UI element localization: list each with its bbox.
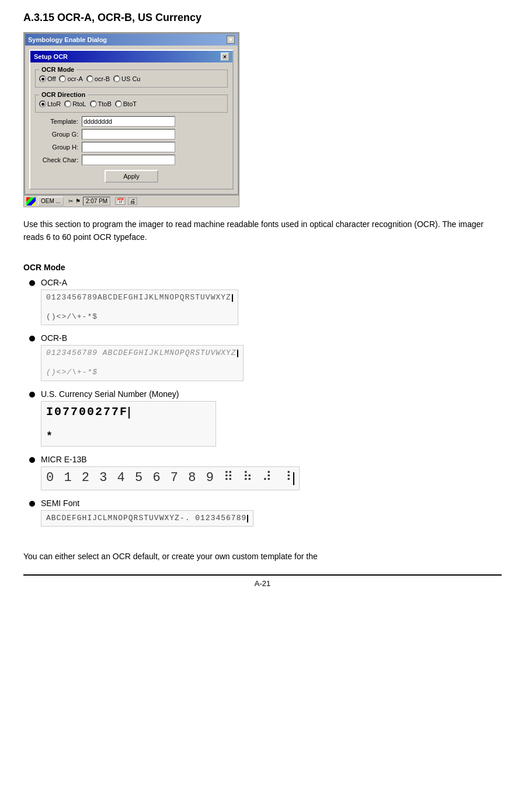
template-label: Template:	[35, 118, 82, 125]
dir-rtol-circle	[64, 100, 71, 107]
ocra-font-display: 0123456789ABCDEFGHIJKLMNOPQRSTUVWXYZ ()<…	[41, 290, 238, 325]
check-char-label: Check Char:	[35, 156, 82, 163]
body-description: Use this section to program the imager t…	[23, 218, 502, 244]
screenshot-container: Symbology Enable Dialog ▼ Setup OCR × OC…	[23, 32, 239, 207]
group-h-input[interactable]	[82, 142, 175, 152]
ocr-mode-heading: OCR Mode	[23, 263, 502, 272]
ocra-line1: 0123456789ABCDEFGHIJKLMNOPQRSTUVWXYZ	[46, 292, 233, 303]
list-item-semi: SEMI Font ABCDEFGHIJCLMNOPQRSTUVWXYZ-. 0…	[29, 499, 502, 527]
list-item-ocrb: OCR-B 0123456789 ABCDEFGHIJKLMNOPQRSTUVW…	[29, 333, 502, 381]
bullet-list: OCR-A 0123456789ABCDEFGHIJKLMNOPQRSTUVWX…	[23, 278, 502, 527]
oem-button[interactable]: OEM ...	[38, 197, 64, 205]
dir-btot-circle	[115, 100, 122, 107]
apply-button-row: Apply	[35, 170, 228, 183]
ocra-line2: ()<>/\+-*$	[46, 312, 233, 322]
list-item-micr: MICR E-13B 0 1 2 3 4 5 6 7 8 9 ⠿ ⠷ ⠼ ⠸	[29, 455, 502, 490]
bullet-content-micr: MICR E-13B 0 1 2 3 4 5 6 7 8 9 ⠿ ⠷ ⠼ ⠸	[41, 455, 300, 490]
mode-uscu-label: US Cu	[121, 75, 140, 82]
check-char-row: Check Char:	[35, 155, 228, 165]
flag-icon: ⚑	[75, 198, 81, 204]
currency-line2: *	[46, 429, 211, 444]
taskbar-icons: ✂ ⚑	[68, 198, 81, 204]
currency-font-display: I07700277F *	[41, 401, 216, 447]
dir-btot-label: BtoT	[123, 100, 137, 107]
bullet-dot-ocra	[29, 280, 35, 286]
template-row: Template:	[35, 116, 228, 127]
currency-label: U.S. Currency Serial Number (Money)	[41, 389, 216, 399]
taskbar-right-icons: 📅 🖨	[115, 197, 137, 205]
bullet-content-semi: SEMI Font ABCDEFGHIJCLMNOPQRSTUVWXYZ-. 0…	[41, 499, 253, 527]
list-item-currency: U.S. Currency Serial Number (Money) I077…	[29, 389, 502, 447]
mode-off-radio[interactable]: Off	[39, 75, 55, 82]
mode-ocra-circle	[59, 75, 66, 82]
outer-content: Setup OCR × OCR Mode Off	[25, 46, 238, 194]
printer-icon: 🖨	[128, 197, 137, 205]
micr-label: MICR E-13B	[41, 455, 300, 464]
group-g-label: Group G:	[35, 131, 82, 138]
dir-btot-radio[interactable]: BtoT	[115, 100, 137, 107]
semi-line1: ABCDEFGHIJCLMNOPQRSTUVWXYZ-. 0123456789	[46, 513, 248, 524]
taskbar: OEM ... ✂ ⚑ 2:07 PM 📅 🖨	[24, 195, 239, 207]
mode-ocrb-label: ocr-B	[95, 75, 110, 82]
ocra-label: OCR-A	[41, 278, 238, 287]
inner-content: OCR Mode Off ocr-A	[30, 62, 232, 189]
bottom-text: You can either select an OCR default, or…	[23, 550, 502, 563]
bullet-dot-currency	[29, 392, 35, 398]
ocrb-label: OCR-B	[41, 333, 244, 343]
group-g-input[interactable]	[82, 129, 175, 140]
dir-ttob-circle	[90, 100, 97, 107]
outer-window-title: Symbology Enable Dialog	[28, 36, 107, 43]
outer-title-bar: Symbology Enable Dialog ▼	[25, 34, 238, 46]
bullet-content-ocra: OCR-A 0123456789ABCDEFGHIJKLMNOPQRSTUVWX…	[41, 278, 238, 325]
page-title: A.3.15 OCR-A, OCR-B, US Currency	[23, 12, 502, 24]
list-item-ocra: OCR-A 0123456789ABCDEFGHIJKLMNOPQRSTUVWX…	[29, 278, 502, 325]
group-h-label: Group H:	[35, 144, 82, 151]
micr-line1: 0 1 2 3 4 5 6 7 8 9 ⠿ ⠷ ⠼ ⠸	[46, 469, 294, 487]
dir-ttob-label: TtoB	[98, 100, 112, 107]
outer-close-button[interactable]: ▼	[227, 36, 235, 44]
currency-line1: I07700277F	[46, 404, 211, 420]
ocrb-line1: 0123456789 ABCDEFGHIJKLMNOPQRSTUVWXYZ	[46, 348, 238, 358]
check-char-input[interactable]	[82, 155, 175, 165]
inner-title-bar: Setup OCR ×	[30, 51, 232, 62]
dir-ttob-radio[interactable]: TtoB	[90, 100, 112, 107]
group-g-row: Group G:	[35, 129, 228, 140]
page-number: A-21	[255, 579, 270, 588]
windows-flag-icon	[26, 197, 36, 205]
taskbar-time: 2:07 PM	[83, 197, 110, 205]
dir-rtol-radio[interactable]: RtoL	[64, 100, 86, 107]
oem-label: OEM ...	[41, 198, 61, 204]
cal-icon: 📅	[115, 197, 126, 205]
mode-ocrb-radio[interactable]: ocr-B	[86, 75, 110, 82]
ocr-mode-group: OCR Mode Off ocr-A	[35, 66, 228, 88]
ocr-direction-group: OCR Direction LtoR RtoL	[35, 91, 228, 113]
semi-label: SEMI Font	[41, 499, 253, 508]
ocr-mode-radio-row: Off ocr-A ocr-B	[39, 74, 224, 83]
ocr-direction-radio-row: LtoR RtoL TtoB	[39, 99, 224, 109]
template-input[interactable]	[82, 116, 175, 127]
page-footer: A-21	[23, 574, 502, 588]
mode-ocrb-circle	[86, 75, 93, 82]
inner-window-title: Setup OCR	[34, 53, 68, 60]
mode-uscu-radio[interactable]: US Cu	[113, 75, 140, 82]
bullet-dot-semi	[29, 501, 35, 507]
mode-uscu-circle	[113, 75, 120, 82]
bullet-content-currency: U.S. Currency Serial Number (Money) I077…	[41, 389, 216, 447]
mode-off-label: Off	[47, 75, 55, 82]
outer-window: Symbology Enable Dialog ▼ Setup OCR × OC…	[24, 33, 239, 195]
dir-ltor-radio[interactable]: LtoR	[39, 100, 61, 107]
micr-font-display: 0 1 2 3 4 5 6 7 8 9 ⠿ ⠷ ⠼ ⠸	[41, 466, 300, 490]
mode-ocra-radio[interactable]: ocr-A	[59, 75, 82, 82]
ocr-mode-legend: OCR Mode	[39, 66, 77, 73]
inner-close-button[interactable]: ×	[221, 53, 229, 61]
dir-rtol-label: RtoL	[72, 100, 86, 107]
bullet-dot-ocrb	[29, 336, 35, 341]
inner-window: Setup OCR × OCR Mode Off	[29, 50, 234, 190]
mode-ocra-label: ocr-A	[67, 75, 82, 82]
group-h-row: Group H:	[35, 142, 228, 152]
scissors-icon: ✂	[68, 198, 73, 204]
ocr-direction-legend: OCR Direction	[39, 91, 88, 98]
mode-off-circle	[39, 75, 46, 82]
ocrb-font-display: 0123456789 ABCDEFGHIJKLMNOPQRSTUVWXYZ ()…	[41, 345, 244, 381]
apply-button[interactable]: Apply	[105, 170, 158, 183]
